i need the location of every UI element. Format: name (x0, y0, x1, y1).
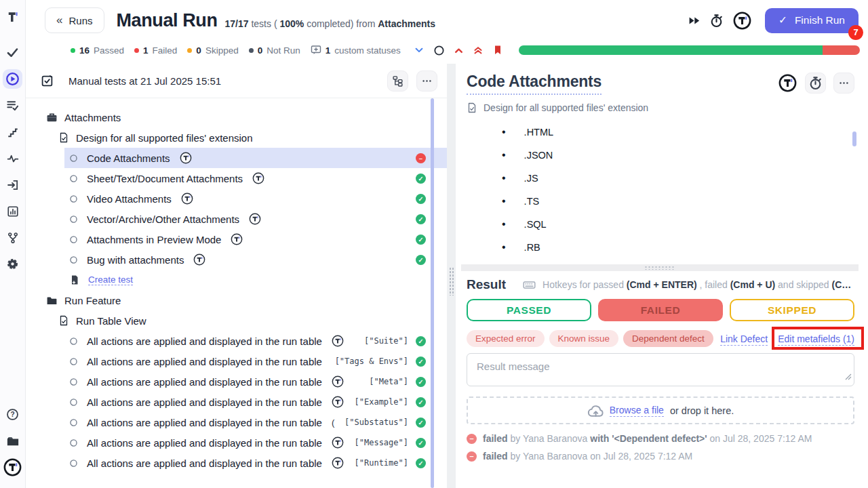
bookmark-icon[interactable] (492, 45, 503, 56)
status-bar: 16Passed1Failed0Skipped0Not Run 1 custom… (26, 37, 868, 64)
status-dot-icon (71, 48, 75, 53)
finish-run-button[interactable]: ✓ Finish Run 7 (765, 8, 859, 33)
page-title: Manual Run (117, 10, 218, 31)
suite-breadcrumb[interactable]: Design for all supported files' extensio… (467, 102, 854, 113)
cloud-upload-icon (587, 403, 604, 419)
tree-suite[interactable]: Run Table View (26, 310, 447, 331)
rail-import-icon[interactable] (3, 175, 22, 195)
bullet-icon: • (502, 172, 506, 184)
svg-text:?: ? (10, 411, 14, 418)
rail-steps-icon[interactable] (3, 122, 22, 142)
tree-test-row[interactable]: All actions are applied and displayed in… (26, 432, 447, 453)
resize-grip[interactable] (644, 266, 675, 270)
tree-test-row[interactable]: All actions are applied and displayed in… (26, 412, 447, 432)
priority-up-icon[interactable] (454, 45, 464, 56)
chevron-down-icon[interactable] (414, 45, 425, 56)
back-to-runs-button[interactable]: « Runs (45, 7, 104, 33)
history-entry: –failed by Yana Baranova on Jul 28, 2025… (467, 451, 854, 462)
testomat-logo-icon[interactable] (732, 11, 752, 30)
link-defect-link[interactable]: Link Defect (720, 333, 768, 346)
tree-suite[interactable]: Design for all supported files' extensio… (26, 127, 447, 148)
rail-testomat-logo-icon[interactable] (3, 7, 22, 26)
top-header: « Runs Manual Run 17/17 tests ( 100% com… (26, 0, 868, 37)
tree-test-row[interactable]: All actions are applied and displayed in… (26, 453, 447, 473)
drop-hint: or drop it here. (670, 405, 734, 416)
file-drop-zone[interactable]: Browse a file or drop it here. (467, 396, 854, 424)
passed-button[interactable]: PASSED (467, 299, 591, 321)
test-label: Vector/Archive/Other Attachments (87, 214, 239, 225)
rail-settings-icon[interactable] (3, 254, 22, 274)
rail-check-icon[interactable] (3, 43, 22, 62)
testomat-mini-icon (249, 213, 261, 225)
test-tag: ["Tags & Envs"] (335, 357, 408, 366)
test-tag: ["Runtime"] (355, 458, 408, 468)
bullet-icon: • (502, 149, 506, 161)
defect-tag[interactable]: Dependent defect (623, 330, 713, 347)
hotkeys-hint: Hotkeys for passed (Cmd + ENTER) , faile… (542, 279, 854, 290)
more-options-button[interactable] (833, 73, 854, 94)
test-bullet-icon (69, 439, 78, 447)
tree-test-row[interactable]: All actions are applied and displayed in… (26, 392, 447, 412)
rail-pulse-icon[interactable] (3, 148, 22, 168)
tree-test-row[interactable]: Code Attachments– (26, 148, 447, 168)
tree-test-row[interactable]: All actions are applied and displayed in… (26, 351, 447, 371)
edit-metafields-link[interactable]: Edit metafields (1) (778, 333, 854, 346)
browse-file-link[interactable]: Browse a file (610, 405, 664, 417)
test-tag: ["Substatus"] (344, 418, 408, 427)
defect-tag[interactable]: Expected error (467, 330, 545, 347)
more-options-button[interactable] (416, 70, 437, 92)
skipped-button[interactable]: SKIPPED (730, 299, 854, 321)
status-passed-icon: ✓ (416, 235, 426, 245)
document-check-icon (467, 102, 477, 113)
left-rail: ? (0, 0, 26, 488)
tree-test-row[interactable]: Video Attachments✓ (26, 188, 447, 209)
timer-button[interactable] (805, 73, 826, 94)
rail-branch-icon[interactable] (3, 228, 22, 247)
fast-forward-icon[interactable] (688, 14, 701, 27)
rail-analytics-icon[interactable] (3, 201, 22, 221)
tree-folder[interactable]: Attachments (26, 107, 447, 127)
priority-highest-icon[interactable] (473, 45, 484, 56)
tree-test-row[interactable]: All actions are applied and displayed in… (26, 371, 447, 392)
tree-folder[interactable]: Run Feature (26, 290, 447, 310)
test-detail-panel: Code Attachments Design for all supporte… (456, 64, 868, 488)
test-label: All actions are applied and displayed in… (87, 356, 322, 367)
testomat-mini-icon (193, 253, 205, 266)
tree-test-row[interactable]: Vector/Archive/Other Attachments✓ (26, 209, 447, 229)
test-title[interactable]: Code Attachments (467, 73, 601, 95)
content-area: « Runs Manual Run 17/17 tests ( 100% com… (26, 0, 868, 488)
defect-tag[interactable]: Known issue (549, 330, 619, 347)
tree-test-row[interactable]: All actions are applied and displayed in… (26, 331, 447, 351)
rail-run-play-icon[interactable] (3, 69, 22, 89)
panel-resize-gutter[interactable] (447, 64, 456, 488)
testomat-mini-icon (332, 396, 344, 408)
tree-test-row[interactable]: Sheet/Text/Document Attachments✓ (26, 168, 447, 188)
resize-grip[interactable] (449, 267, 454, 296)
result-message-input[interactable] (467, 353, 854, 386)
rail-testomat-circle-icon[interactable] (3, 458, 22, 477)
tree-test-row[interactable]: Bug with attachments✓ (26, 249, 447, 270)
test-label: All actions are applied and displayed in… (87, 336, 322, 347)
defect-tags: Expected errorKnown issueDependent defec… (467, 330, 718, 347)
test-bullet-icon (69, 398, 78, 407)
custom-status-label: custom statuses (334, 45, 401, 56)
tree-test-row[interactable]: Attachments in Preview Mode✓ (26, 229, 447, 249)
status-dot-icon (187, 48, 192, 53)
rail-projects-icon[interactable] (3, 431, 22, 451)
create-test-link[interactable]: Create test (26, 270, 447, 290)
stopwatch-icon[interactable] (709, 14, 724, 28)
tree-scrollbar[interactable] (431, 98, 434, 488)
status-passed-icon: ✓ (416, 418, 426, 428)
rail-test-list-icon[interactable] (3, 96, 22, 115)
failed-button[interactable]: FAILED (598, 299, 723, 321)
circle-outline-icon[interactable] (433, 45, 445, 56)
status-passed-icon: ✓ (416, 214, 426, 224)
description-bullet: •.JSON (502, 144, 854, 167)
stat-passed: 16Passed (71, 45, 124, 56)
testomat-logo-icon[interactable] (778, 73, 797, 93)
tree-view-button[interactable] (387, 70, 408, 92)
rail-help-icon[interactable]: ? (3, 405, 22, 424)
check-icon: ✓ (778, 14, 787, 26)
description-scrollbar[interactable] (852, 131, 856, 146)
section-resize-divider[interactable] (461, 264, 859, 271)
